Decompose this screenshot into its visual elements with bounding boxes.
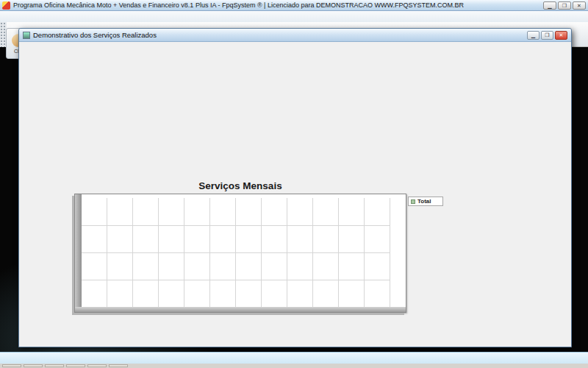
right-panel bbox=[449, 42, 571, 347]
close-button[interactable]: ✕ bbox=[573, 1, 586, 10]
child-window-icon bbox=[23, 32, 30, 39]
chart-left-wall bbox=[75, 194, 82, 312]
window-title: Programa Oficina Mecânica Moto + Vendas … bbox=[13, 1, 464, 9]
chart-legend: Total bbox=[408, 197, 443, 206]
child-restore-button[interactable]: ❐ bbox=[541, 31, 553, 40]
chart-floor bbox=[75, 307, 406, 312]
bar-chart bbox=[74, 194, 406, 313]
window-controls: ▁ ❐ ✕ bbox=[543, 1, 586, 10]
child-window: Demonstrativo dos Serviços Realizados ▁ … bbox=[18, 28, 572, 347]
chart-title: Serviços Mensais bbox=[74, 180, 406, 191]
main-titlebar: Programa Oficina Mecânica Moto + Vendas … bbox=[0, 0, 588, 11]
legend-swatch bbox=[411, 199, 415, 204]
app-logo-icon bbox=[2, 1, 10, 10]
child-minimize-button[interactable]: ▁ bbox=[527, 31, 539, 40]
status-bar bbox=[0, 352, 588, 364]
child-titlebar[interactable]: Demonstrativo dos Serviços Realizados ▁ … bbox=[19, 29, 571, 42]
child-close-button[interactable]: ✕ bbox=[555, 31, 567, 40]
restore-button[interactable]: ❐ bbox=[558, 1, 571, 10]
child-body: Serviços Mensais Total bbox=[19, 42, 571, 347]
chart-bars-area bbox=[82, 198, 390, 307]
child-window-controls: ▁ ❐ ✕ bbox=[527, 31, 567, 40]
screen: { "window": {"title": "Programa Oficina … bbox=[0, 0, 588, 368]
child-window-title: Demonstrativo dos Serviços Realizados bbox=[33, 31, 157, 39]
legend-label: Total bbox=[417, 198, 431, 205]
menu-bar bbox=[0, 11, 588, 22]
taskbar-sliver bbox=[0, 364, 588, 368]
minimize-button[interactable]: ▁ bbox=[543, 1, 556, 10]
